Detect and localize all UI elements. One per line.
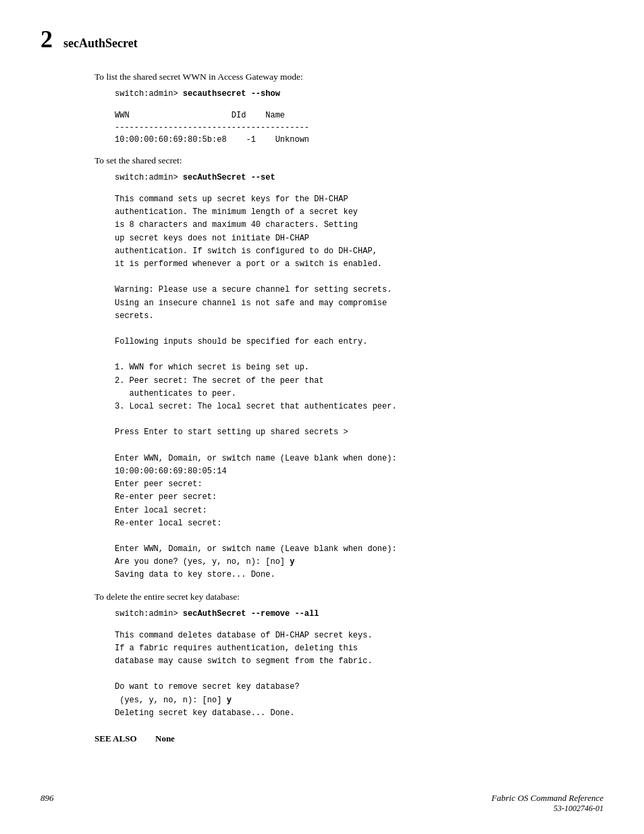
section-label-set: To set the shared secret: — [95, 155, 603, 166]
prose-delete: This command deletes database of DH-CHAP… — [115, 629, 603, 720]
answer-y-2: y — [227, 696, 232, 705]
section-list-shared-secret: To list the shared secret WWN in Access … — [95, 72, 603, 146]
footer-page-number: 896 — [41, 793, 54, 804]
command-set: switch:admin> secAuthSecret --set — [115, 172, 603, 184]
command-text-3: secAuthSecret --remove --all — [183, 609, 319, 619]
footer-doc-title: Fabric OS Command Reference — [491, 793, 603, 804]
answer-y-1: y — [290, 557, 294, 567]
chapter-title: secAuthSecret — [63, 36, 138, 51]
page-header: 2 secAuthSecret — [41, 27, 603, 51]
output-list: WWN DId Name ---------------------------… — [115, 109, 603, 146]
command-text-1: secauthsecret --show — [183, 89, 280, 99]
command-prefix-3: switch:admin> — [115, 609, 183, 619]
command-prefix-1: switch:admin> — [115, 89, 183, 99]
see-also-section: SEE ALSO None — [95, 733, 603, 744]
section-delete-secret-key: To delete the entire secret key database… — [95, 592, 603, 720]
command-prefix-2: switch:admin> — [115, 173, 183, 182]
main-content: To list the shared secret WWN in Access … — [95, 72, 603, 744]
command-text-2: secAuthSecret --set — [183, 173, 275, 182]
see-also-value: None — [155, 733, 175, 744]
see-also-label: SEE ALSO — [95, 733, 155, 744]
section-set-shared-secret: To set the shared secret: switch:admin> … — [95, 155, 603, 582]
footer-doc-subtitle: 53-1002746-01 — [491, 804, 603, 814]
prose-set: This command sets up secret keys for the… — [115, 193, 603, 582]
section-label-list: To list the shared secret WWN in Access … — [95, 72, 603, 82]
section-label-delete: To delete the entire secret key database… — [95, 592, 603, 602]
footer-doc-info: Fabric OS Command Reference 53-1002746-0… — [491, 793, 603, 814]
page-footer: 896 Fabric OS Command Reference 53-10027… — [41, 793, 603, 814]
command-delete: switch:admin> secAuthSecret --remove --a… — [115, 608, 603, 620]
page: 2 secAuthSecret To list the shared secre… — [0, 0, 644, 834]
command-list: switch:admin> secauthsecret --show — [115, 88, 603, 100]
chapter-number: 2 — [41, 27, 53, 51]
